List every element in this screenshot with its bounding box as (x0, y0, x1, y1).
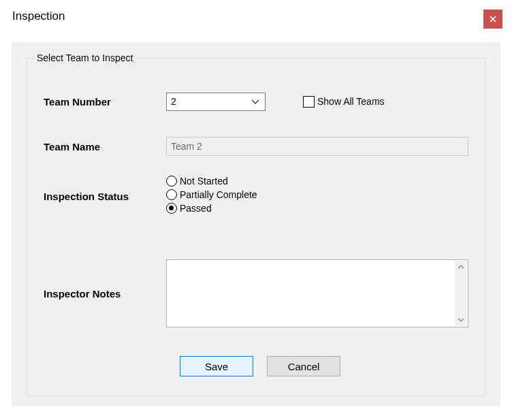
team-name-label: Team Name (44, 141, 166, 152)
show-all-teams-checkbox[interactable]: Show All Teams (303, 96, 385, 108)
status-radio-group: Not Started Partially Complete Passed (166, 176, 257, 214)
team-number-value: 2 (171, 96, 176, 107)
scroll-down-icon[interactable] (455, 314, 467, 326)
radio-icon (166, 203, 177, 214)
status-radio-not-started[interactable]: Not Started (166, 176, 257, 187)
status-option-label: Partially Complete (180, 189, 257, 200)
radio-icon (166, 176, 177, 187)
team-number-dropdown[interactable]: 2 (166, 93, 266, 111)
cancel-button-label: Cancel (288, 361, 320, 372)
save-button[interactable]: Save (180, 356, 253, 376)
inspection-window: Inspection Select Team to Inspect Team N… (0, 0, 512, 420)
row-inspector-notes: Inspector Notes (44, 259, 468, 327)
scrollbar[interactable] (455, 261, 467, 326)
checkbox-box-icon (303, 96, 315, 108)
close-button[interactable] (483, 10, 502, 29)
status-radio-partially[interactable]: Partially Complete (166, 189, 257, 200)
show-all-teams-label: Show All Teams (317, 96, 385, 107)
chevron-down-icon (251, 96, 259, 107)
inspection-status-label: Inspection Status (44, 176, 166, 202)
close-icon (490, 16, 496, 22)
row-team-number: Team Number 2 Show All Teams (44, 92, 468, 111)
team-name-value: Team 2 (171, 141, 202, 152)
status-option-label: Passed (180, 203, 212, 214)
row-buttons: Save Cancel (44, 356, 468, 376)
status-radio-passed[interactable]: Passed (166, 203, 257, 214)
title-bar: Inspection (0, 0, 512, 33)
select-team-group: Select Team to Inspect Team Number 2 Sho… (27, 52, 485, 396)
save-button-label: Save (205, 361, 228, 372)
cancel-button[interactable]: Cancel (267, 356, 340, 376)
inspector-notes-textarea[interactable] (166, 259, 468, 327)
window-title: Inspection (12, 10, 65, 23)
content-area: Select Team to Inspect Team Number 2 Sho… (12, 42, 500, 406)
group-legend: Select Team to Inspect (34, 52, 135, 63)
row-team-name: Team Name Team 2 (44, 137, 468, 156)
status-option-label: Not Started (180, 176, 228, 187)
inspector-notes-label: Inspector Notes (44, 288, 166, 300)
team-number-label: Team Number (44, 96, 166, 108)
team-name-field: Team 2 (166, 137, 468, 156)
scroll-up-icon[interactable] (455, 261, 467, 273)
radio-icon (166, 189, 177, 200)
row-inspection-status: Inspection Status Not Started Partially … (44, 176, 468, 214)
